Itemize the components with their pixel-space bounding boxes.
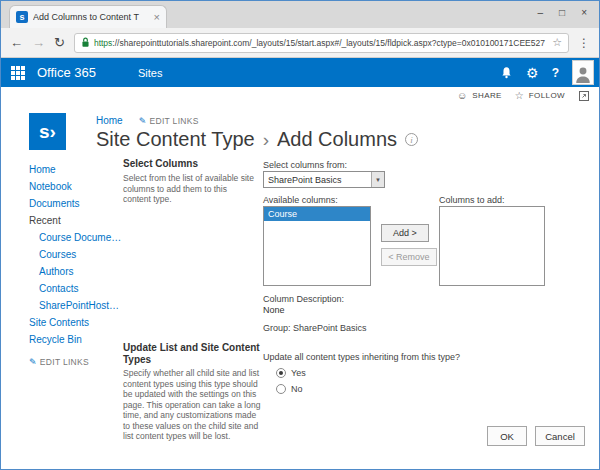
radio-no-label: No: [291, 384, 303, 394]
select-columns-from-dropdown[interactable]: SharePoint Basics ▼: [263, 171, 385, 188]
smiley-icon[interactable]: ☺: [457, 90, 467, 101]
sidebar-item-course-documents[interactable]: Course Documents: [29, 229, 123, 246]
notifications-bell-icon[interactable]: [500, 66, 513, 79]
url-rest: ://sharepointtutorials.sharepoint.com/_l…: [112, 38, 545, 48]
follow-button[interactable]: FOLLOW: [529, 91, 565, 100]
edit-links-top-label: EDIT LINKS: [150, 116, 199, 126]
bookmark-star-icon[interactable]: ☆: [552, 36, 562, 49]
columns-to-add-label: Columns to add:: [439, 195, 505, 205]
browser-window: s Add Columns to Content T × – □ × ← → ↻…: [0, 0, 600, 470]
title-separator: ›: [263, 129, 269, 151]
settings-gear-icon[interactable]: ⚙: [526, 66, 539, 80]
refresh-icon[interactable]: ↻: [54, 36, 65, 49]
url-text: https://sharepointtutorials.sharepoint.c…: [94, 38, 548, 48]
address-bar[interactable]: https://sharepointtutorials.sharepoint.c…: [74, 33, 569, 53]
user-avatar[interactable]: [572, 60, 594, 85]
columns-to-add-listbox[interactable]: [439, 206, 545, 286]
section-select-columns-heading: Select Columns: [123, 158, 198, 170]
add-button[interactable]: Add >: [381, 224, 429, 242]
app-launcher-icon[interactable]: [11, 66, 25, 80]
page-title-sub: Add Columns: [277, 128, 397, 151]
section-select-columns-description: Select from the list of available site c…: [123, 173, 255, 205]
remove-button[interactable]: < Remove: [381, 248, 437, 266]
tab-title: Add Columns to Content T: [33, 12, 149, 22]
select-columns-from-label: Select columns from:: [263, 160, 347, 170]
page-content: s› Home ✎EDIT LINKS Site Content Type › …: [1, 104, 599, 469]
radio-yes-label: Yes: [291, 368, 306, 378]
share-button[interactable]: SHARE: [472, 91, 502, 100]
sidebar-item-sharepointhostedapp[interactable]: SharePointHostedApp: [29, 297, 123, 314]
sidebar-item-recycle-bin[interactable]: Recycle Bin: [29, 331, 123, 348]
page-action-bar: ☺ SHARE ☆ FOLLOW: [1, 87, 599, 104]
sharepoint-logo[interactable]: s›: [29, 113, 66, 150]
sidebar-item-recent: Recent: [29, 212, 123, 229]
sidebar-item-contacts[interactable]: Contacts: [29, 280, 123, 297]
ok-button[interactable]: OK: [487, 426, 527, 446]
person-icon: [574, 64, 592, 84]
sharepoint-favicon-icon: s: [16, 11, 28, 23]
page-title-main: Site Content Type: [96, 128, 255, 151]
edit-links-sidebar-label: EDIT LINKS: [40, 357, 89, 367]
sidebar-item-notebook[interactable]: Notebook: [29, 178, 123, 195]
url-scheme: https: [94, 38, 112, 48]
follow-star-icon[interactable]: ☆: [515, 90, 524, 101]
available-column-option-course[interactable]: Course: [264, 207, 370, 221]
pencil-icon: ✎: [29, 357, 37, 367]
sidebar-item-documents[interactable]: Documents: [29, 195, 123, 212]
radio-no[interactable]: No: [276, 384, 303, 394]
office365-suite-bar: Office 365 Sites ⚙ ?: [1, 58, 599, 87]
info-icon[interactable]: i: [405, 133, 418, 146]
office365-brand[interactable]: Office 365: [37, 65, 96, 80]
suite-bar-right: ⚙ ?: [500, 60, 594, 85]
browser-tab[interactable]: s Add Columns to Content T ×: [9, 5, 167, 28]
update-types-question: Update all content types inheriting from…: [263, 352, 563, 362]
forward-icon[interactable]: →: [32, 36, 45, 49]
https-lock-icon: [81, 37, 90, 48]
sidebar-item-courses[interactable]: Courses: [29, 246, 123, 263]
chevron-down-icon: ▼: [371, 172, 384, 187]
focus-on-content-icon[interactable]: [579, 91, 589, 101]
left-navigation: Home Notebook Documents Recent Course Do…: [29, 161, 123, 367]
browser-menu-icon[interactable]: ⋮: [578, 36, 590, 50]
available-columns-listbox[interactable]: Course: [263, 206, 371, 286]
browser-tab-strip: s Add Columns to Content T × – □ ×: [1, 1, 599, 28]
suitebar-nav-sites[interactable]: Sites: [138, 67, 162, 79]
page-title: Site Content Type › Add Columns i: [96, 128, 418, 151]
available-columns-label: Available columns:: [263, 195, 338, 205]
breadcrumb-home-link[interactable]: Home: [96, 115, 123, 126]
edit-links-sidebar[interactable]: ✎EDIT LINKS: [29, 357, 123, 367]
edit-links-top[interactable]: ✎EDIT LINKS: [139, 116, 199, 126]
sidebar-item-authors[interactable]: Authors: [29, 263, 123, 280]
browser-toolbar: ← → ↻ https://sharepointtutorials.sharep…: [1, 28, 599, 58]
sidebar-item-home[interactable]: Home: [29, 161, 123, 178]
pencil-icon: ✎: [139, 116, 147, 126]
section-update-types-description: Specify whether all child site and list …: [123, 368, 261, 442]
radio-no-circle-icon[interactable]: [276, 384, 286, 394]
sharepoint-logo-text: s›: [39, 121, 56, 143]
window-maximize-button[interactable]: □: [559, 7, 565, 18]
radio-yes[interactable]: Yes: [276, 368, 306, 378]
select-columns-from-value: SharePoint Basics: [268, 175, 342, 185]
window-close-button[interactable]: ×: [581, 7, 587, 18]
section-update-types-heading: Update List and Site Content Types: [123, 342, 263, 366]
breadcrumb: Home ✎EDIT LINKS: [96, 115, 199, 126]
column-group-text: Group: SharePoint Basics: [263, 323, 367, 333]
sidebar-item-site-contents[interactable]: Site Contents: [29, 314, 123, 331]
window-controls: – □ ×: [538, 7, 587, 18]
window-minimize-button[interactable]: –: [538, 7, 544, 18]
back-icon[interactable]: ←: [10, 36, 23, 49]
help-icon[interactable]: ?: [552, 66, 559, 80]
radio-yes-circle-icon[interactable]: [276, 368, 286, 378]
column-description-value: None: [263, 305, 285, 315]
column-description-label: Column Description:: [263, 294, 344, 304]
tab-close-icon[interactable]: ×: [154, 11, 160, 23]
cancel-button[interactable]: Cancel: [535, 426, 585, 446]
